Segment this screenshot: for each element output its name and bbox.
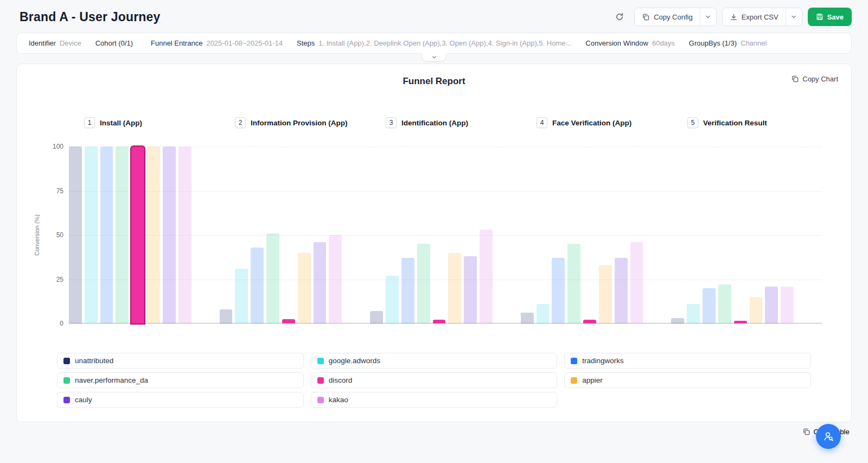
config-label: Steps	[297, 39, 315, 47]
bar-tradingworks[interactable]	[552, 258, 565, 324]
bar-appier[interactable]	[448, 253, 461, 324]
legend-label: kakao	[329, 396, 348, 404]
bar-naver.performance_da[interactable]	[718, 284, 731, 324]
bar-tradingworks[interactable]	[401, 258, 414, 324]
copy-icon	[642, 13, 650, 21]
save-button[interactable]: Save	[808, 8, 852, 26]
legend-item-naver.performance_da[interactable]: naver.performance_da	[57, 372, 304, 388]
legend-swatch	[317, 397, 324, 403]
bar-kakao[interactable]	[178, 147, 192, 324]
bar-unattributed[interactable]	[69, 147, 82, 324]
bar-cauly[interactable]	[163, 147, 176, 324]
assistant-button[interactable]	[816, 424, 841, 449]
legend-item-appier[interactable]: appier	[564, 372, 811, 388]
bar-unattributed[interactable]	[521, 313, 534, 324]
legend-swatch	[63, 377, 70, 384]
bar-appier[interactable]	[599, 265, 612, 324]
legend-item-kakao[interactable]: kakao	[311, 392, 558, 408]
refresh-button[interactable]	[610, 8, 629, 26]
bar-discord[interactable]	[282, 319, 295, 324]
bar-cauly[interactable]	[464, 256, 477, 324]
config-item-identifier[interactable]: Identifier Device	[29, 39, 81, 47]
legend-item-tradingworks[interactable]: tradingworks	[564, 353, 811, 369]
bar-kakao[interactable]	[480, 230, 493, 324]
bar-cauly[interactable]	[615, 258, 628, 324]
step-number-badge: 5	[687, 117, 698, 128]
copy-config-dropdown[interactable]	[700, 8, 716, 26]
save-icon	[816, 13, 824, 21]
bar-google.adwords[interactable]	[537, 304, 550, 324]
step-label: Install (App)	[100, 119, 142, 127]
config-item-funnel-entrance[interactable]: Funnel Entrance 2025-01-08~2025-01-14	[151, 39, 283, 47]
export-csv-button[interactable]: Export CSV	[723, 8, 786, 26]
bar-kakao[interactable]	[781, 287, 794, 324]
legend-item-discord[interactable]: discord	[311, 372, 558, 388]
chart-legend: unattributedgoogle.adwordstradingworksna…	[30, 353, 838, 408]
legend-swatch	[571, 358, 577, 364]
bar-google.adwords[interactable]	[235, 269, 248, 324]
legend-swatch	[63, 397, 70, 403]
bar-appier[interactable]	[147, 147, 160, 324]
bar-unattributed[interactable]	[370, 311, 383, 324]
copy-chart-button[interactable]: Copy Chart	[791, 75, 838, 83]
y-tick-label: 0	[60, 320, 63, 327]
bar-cauly[interactable]	[765, 287, 778, 324]
config-item-conversion-window[interactable]: Conversion Window 60days	[585, 39, 675, 47]
bar-naver.performance_da[interactable]	[266, 233, 279, 324]
expand-config-button[interactable]	[422, 53, 446, 61]
bar-google.adwords[interactable]	[85, 147, 98, 324]
bar-discord[interactable]	[433, 320, 446, 324]
bar-group-step-1	[69, 147, 220, 324]
config-value: Channel	[741, 39, 767, 47]
bar-cauly[interactable]	[314, 242, 327, 324]
legend-item-cauly[interactable]: cauly	[57, 392, 304, 408]
step-header-2: 2Information Provision (App)	[235, 117, 386, 128]
bar-discord[interactable]	[131, 147, 144, 324]
plot-area	[69, 147, 822, 324]
legend-label: google.adwords	[329, 357, 380, 365]
legend-item-google.adwords[interactable]: google.adwords	[311, 353, 558, 369]
toolbar: Copy Config Export CSV	[610, 8, 852, 26]
y-tick-label: 50	[56, 231, 63, 239]
export-csv-dropdown[interactable]	[786, 8, 802, 26]
bar-group-step-3	[370, 147, 521, 324]
page-title: Brand A - User Journey	[20, 10, 161, 24]
bar-naver.performance_da[interactable]	[567, 244, 580, 324]
bar-tradingworks[interactable]	[100, 147, 113, 324]
legend-item-unattributed[interactable]: unattributed	[57, 353, 304, 369]
bar-group-step-4	[521, 147, 672, 324]
bar-google.adwords[interactable]	[687, 304, 700, 324]
copy-config-split-button: Copy Config	[634, 8, 717, 26]
step-number-badge: 4	[537, 117, 547, 128]
step-number-badge: 1	[84, 117, 95, 128]
bar-google.adwords[interactable]	[386, 276, 399, 324]
config-label: Identifier	[29, 39, 56, 47]
bar-discord[interactable]	[583, 320, 596, 324]
bar-unattributed[interactable]	[220, 309, 233, 324]
copy-icon	[791, 75, 799, 83]
bar-appier[interactable]	[298, 253, 311, 324]
config-item-cohort[interactable]: Cohort (0/1)	[95, 39, 137, 47]
copy-config-button[interactable]: Copy Config	[635, 8, 700, 26]
y-tick-label: 100	[53, 143, 63, 150]
bar-naver.performance_da[interactable]	[116, 147, 129, 324]
bar-tradingworks[interactable]	[703, 288, 716, 324]
bar-naver.performance_da[interactable]	[417, 244, 430, 324]
legend-label: appier	[582, 376, 603, 384]
bar-kakao[interactable]	[329, 235, 342, 324]
step-header-3: 3Identification (App)	[386, 117, 537, 128]
bar-discord[interactable]	[734, 321, 747, 324]
bar-appier[interactable]	[750, 297, 763, 324]
config-item-steps[interactable]: Steps 1. Install (App),2. Deeplink Open …	[297, 39, 571, 47]
bar-groups	[69, 147, 822, 324]
copy-icon	[802, 428, 810, 436]
config-item-groupbys[interactable]: GroupBys (1/3) Channel	[689, 39, 767, 47]
bar-unattributed[interactable]	[671, 318, 684, 324]
chevron-down-icon	[705, 14, 711, 20]
bar-tradingworks[interactable]	[251, 248, 264, 324]
bar-kakao[interactable]	[630, 242, 643, 324]
step-label: Information Provision (App)	[251, 119, 348, 127]
table-footer: Copy Table	[18, 428, 850, 436]
legend-label: naver.performance_da	[75, 376, 148, 384]
legend-swatch	[63, 358, 70, 364]
